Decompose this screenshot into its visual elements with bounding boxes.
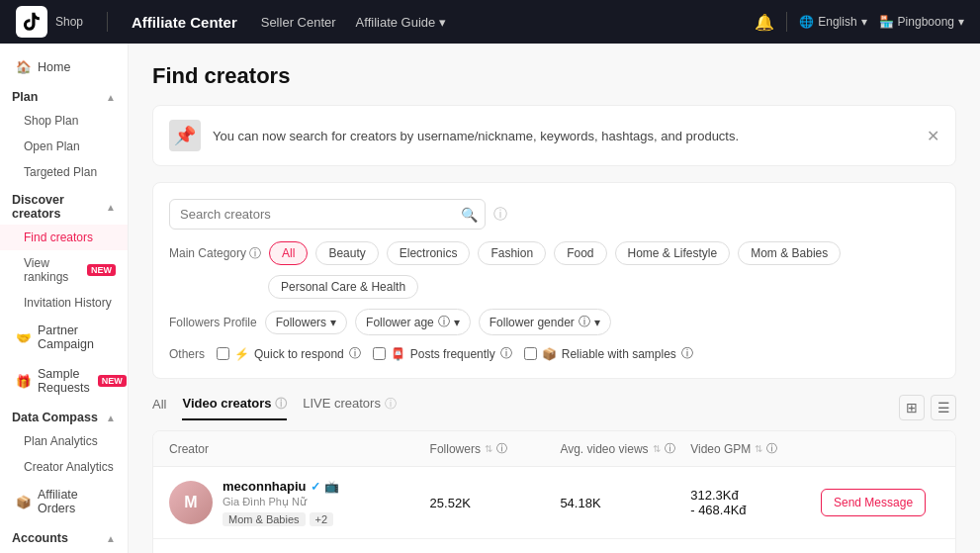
sidebar-item-label: Shop Plan bbox=[24, 114, 78, 128]
th-followers: Followers ⇅ ⓘ bbox=[430, 441, 561, 456]
followers-sort-icon[interactable]: ⇅ bbox=[485, 443, 492, 454]
seller-center-link[interactable]: Seller Center bbox=[261, 15, 336, 30]
table-row: M meconnhapiu ✓ 📺 Gia Đình Phụ Nữ Mom & … bbox=[153, 467, 955, 539]
table-header: Creator Followers ⇅ ⓘ Avg. video views ⇅… bbox=[153, 431, 955, 467]
category-all-tag[interactable]: All bbox=[269, 241, 308, 265]
plan-chevron-icon: ▲ bbox=[106, 92, 116, 103]
creator-tag: Mom & Babies bbox=[223, 512, 306, 526]
category-beauty-tag[interactable]: Beauty bbox=[315, 241, 378, 265]
user-label: Pingboong bbox=[898, 15, 954, 29]
list-view-button[interactable]: ☰ bbox=[931, 395, 956, 420]
category-electronics-tag[interactable]: Electronics bbox=[387, 241, 471, 265]
tab-all[interactable]: All bbox=[152, 397, 166, 419]
avg-views-info-icon[interactable]: ⓘ bbox=[665, 441, 675, 456]
sidebar-item-plan-analytics[interactable]: Plan Analytics bbox=[0, 428, 128, 454]
sidebar-section-accounts[interactable]: Accounts ▲ bbox=[0, 523, 128, 549]
store-icon: 🏪 bbox=[879, 15, 894, 29]
video-creators-info-icon[interactable]: ⓘ bbox=[275, 397, 287, 411]
category-personal-care-tag[interactable]: Personal Care & Health bbox=[268, 275, 418, 299]
sidebar-item-creator-analytics[interactable]: Creator Analytics bbox=[0, 454, 128, 480]
search-input-wrapper: 🔍 bbox=[169, 199, 486, 230]
new-badge: NEW bbox=[98, 375, 127, 387]
sidebar-section-plan[interactable]: Plan ▲ bbox=[0, 82, 128, 108]
category-second-row: Personal Care & Health bbox=[169, 275, 939, 299]
category-home-lifestyle-tag[interactable]: Home & Lifestyle bbox=[615, 241, 731, 265]
category-mom-babies-tag[interactable]: Mom & Babies bbox=[738, 241, 841, 265]
sidebar-item-affiliate-orders[interactable]: 📦 Affiliate Orders bbox=[4, 480, 124, 523]
category-fashion-tag[interactable]: Fashion bbox=[478, 241, 546, 265]
sidebar-item-label: View rankings bbox=[24, 256, 79, 284]
sidebar: 🏠 Home Plan ▲ Shop Plan Open Plan Target… bbox=[0, 44, 129, 553]
video-gpm-info-icon[interactable]: ⓘ bbox=[766, 441, 777, 456]
cell-avg-views: 54.18K bbox=[560, 496, 690, 510]
info-banner: 📌 You can now search for creators by use… bbox=[152, 105, 956, 166]
quick-respond-info-icon[interactable]: ⓘ bbox=[349, 345, 361, 362]
sidebar-item-label: Find creators bbox=[24, 230, 93, 244]
posts-frequently-label: Posts frequently bbox=[410, 347, 495, 361]
language-selector[interactable]: 🌐 English ▾ bbox=[799, 15, 866, 29]
search-input[interactable] bbox=[169, 199, 486, 230]
notifications-button[interactable]: 🔔 bbox=[755, 13, 774, 32]
sidebar-section-data-compass[interactable]: Data Compass ▲ bbox=[0, 403, 128, 428]
sidebar-item-open-plan[interactable]: Open Plan bbox=[0, 134, 128, 159]
send-message-button[interactable]: Send Message bbox=[821, 489, 926, 516]
others-filter-row: Others ⚡ Quick to respond ⓘ 📮 Posts freq… bbox=[169, 345, 939, 362]
sidebar-section-discover[interactable]: Discover creators ▲ bbox=[0, 185, 128, 225]
reliable-samples-input[interactable] bbox=[524, 347, 537, 360]
follower-age-arrow-icon: ▾ bbox=[454, 316, 460, 329]
followers-profile-label: Followers Profile bbox=[169, 316, 257, 329]
sidebar-item-find-creators[interactable]: Find creators bbox=[0, 225, 128, 250]
logo[interactable]: Shop bbox=[16, 6, 83, 38]
banner-close-button[interactable]: ✕ bbox=[927, 127, 939, 145]
grid-view-button[interactable]: ⊞ bbox=[899, 395, 925, 420]
category-food-tag[interactable]: Food bbox=[554, 241, 606, 265]
sidebar-item-home[interactable]: 🏠 Home bbox=[4, 51, 124, 82]
platform-icon: 📺 bbox=[324, 480, 339, 494]
posts-frequently-input[interactable] bbox=[373, 347, 386, 360]
affiliate-guide-link[interactable]: Affiliate Guide ▾ bbox=[356, 15, 447, 30]
quick-respond-input[interactable] bbox=[217, 347, 229, 360]
creator-name: meconnhapiu ✓ 📺 bbox=[223, 479, 339, 494]
user-arrow-icon: ▾ bbox=[958, 15, 964, 29]
reliable-samples-info-icon[interactable]: ⓘ bbox=[681, 345, 693, 362]
top-navigation: Shop Affiliate Center Seller Center Affi… bbox=[0, 0, 980, 44]
partner-icon: 🤝 bbox=[16, 330, 32, 345]
reliable-samples-checkbox[interactable]: 📦 Reliable with samples ⓘ bbox=[524, 345, 693, 362]
search-info-icon[interactable]: ⓘ bbox=[493, 206, 507, 224]
sidebar-item-targeted-plan[interactable]: Targeted Plan bbox=[0, 159, 128, 185]
orders-icon: 📦 bbox=[16, 495, 32, 509]
search-icon[interactable]: 🔍 bbox=[461, 207, 478, 223]
posts-frequently-info-icon[interactable]: ⓘ bbox=[500, 345, 512, 362]
follower-age-dropdown[interactable]: Follower age ⓘ ▾ bbox=[355, 309, 471, 335]
sidebar-item-view-rankings[interactable]: View rankings NEW bbox=[0, 250, 128, 290]
follower-gender-dropdown[interactable]: Follower gender ⓘ ▾ bbox=[479, 309, 611, 335]
sidebar-item-partner-campaign[interactable]: 🤝 Partner Campaign bbox=[4, 316, 124, 359]
tabs-list: All Video creators ⓘ LIVE creators ⓘ bbox=[152, 396, 397, 420]
posts-frequently-checkbox[interactable]: 📮 Posts frequently ⓘ bbox=[373, 345, 512, 362]
quick-respond-checkbox[interactable]: ⚡ Quick to respond ⓘ bbox=[217, 345, 361, 362]
followers-info-icon[interactable]: ⓘ bbox=[496, 441, 507, 456]
tab-video-creators[interactable]: Video creators ⓘ bbox=[182, 396, 287, 420]
sidebar-item-invitation-history[interactable]: Invitation History bbox=[0, 290, 128, 316]
cell-followers: 25.52K bbox=[430, 496, 561, 510]
avg-views-sort-icon[interactable]: ⇅ bbox=[653, 443, 661, 454]
creator-details: meconnhapiu ✓ 📺 Gia Đình Phụ Nữ Mom & Ba… bbox=[223, 479, 339, 526]
followers-dropdown[interactable]: Followers ▾ bbox=[265, 311, 347, 334]
quick-respond-label: Quick to respond bbox=[254, 347, 344, 361]
category-info-icon[interactable]: ⓘ bbox=[249, 245, 261, 262]
tab-live-creators[interactable]: LIVE creators ⓘ bbox=[303, 396, 396, 420]
verified-icon: ✓ bbox=[311, 480, 320, 494]
follower-gender-info-icon: ⓘ bbox=[579, 314, 590, 330]
user-menu[interactable]: 🏪 Pingboong ▾ bbox=[879, 15, 964, 29]
sidebar-item-store-info[interactable]: Store Info NEW bbox=[0, 549, 128, 553]
bell-icon: 🔔 bbox=[755, 13, 774, 32]
sidebar-item-label: Partner Campaign bbox=[38, 323, 112, 351]
sidebar-item-sample-requests[interactable]: 🎁 Sample Requests NEW bbox=[4, 359, 124, 403]
video-gpm-sort-icon[interactable]: ⇅ bbox=[755, 443, 762, 454]
sidebar-item-shop-plan[interactable]: Shop Plan bbox=[0, 108, 128, 134]
main-layout: 🏠 Home Plan ▲ Shop Plan Open Plan Target… bbox=[0, 44, 980, 553]
th-creator: Creator bbox=[169, 441, 430, 456]
sidebar-item-label: Creator Analytics bbox=[24, 460, 114, 474]
live-creators-info-icon[interactable]: ⓘ bbox=[385, 397, 397, 411]
tabs-bar: All Video creators ⓘ LIVE creators ⓘ ⊞ ☰ bbox=[152, 395, 956, 420]
